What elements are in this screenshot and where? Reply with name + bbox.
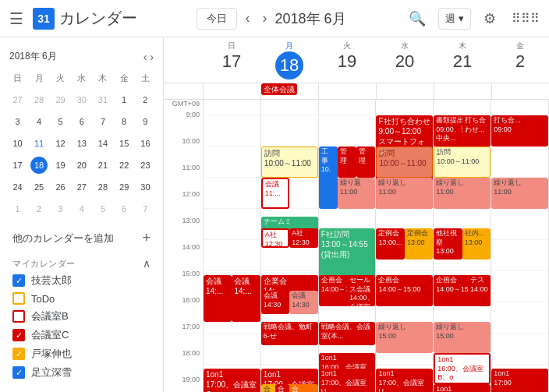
mini-cal-day[interactable]: 6 [72,111,91,132]
event-sun-kaigi[interactable]: 会議14:... [204,275,232,322]
event-wed-teiki2[interactable]: 定例会13:00 [405,228,433,260]
event-mon-kaigi14[interactable]: 会議14:30 [261,291,289,314]
mini-cal-day[interactable]: 3 [8,111,27,132]
day-header-wed[interactable]: 水 20 [376,37,434,83]
event-mon-homshin[interactable]: 訪問10:00～11:00 [261,147,318,178]
mini-cal-day[interactable]: 2 [29,199,49,219]
mini-cal-day[interactable]: 3 [51,199,70,219]
my-calendar-chevron[interactable]: ∧ [143,257,151,270]
calendar-checkbox-adachi[interactable]: ✓ [12,366,25,379]
event-wed-kikaku[interactable]: 企画会14:00～15:00 [376,275,433,306]
mini-cal-day[interactable]: 13 [72,133,91,154]
event-tue-senryaku[interactable]: 戦略会議、会議室(本... [319,322,376,345]
mini-cal-day[interactable]: 29 [115,177,134,197]
calendar-item-adachi[interactable]: ✓ 足立深雪 [0,363,163,382]
mini-cal-day[interactable]: 15 [115,133,134,154]
event-wed-teiki[interactable]: 定例会13:00... [376,228,404,260]
calendar-item-todo[interactable]: ToDo [0,290,163,307]
event-sun-1on1[interactable]: 1on117:00、会議室C... [204,369,260,392]
mini-cal-day[interactable]: 16 [136,133,155,154]
event-mon-godo3[interactable]: 合同17: [289,384,317,392]
event-wed-kuri2[interactable]: 繰り返し15:00 [376,322,433,353]
mini-cal-day[interactable]: 5 [51,111,70,132]
day-header-tue[interactable]: 火 19 [318,37,376,83]
event-wed-1on1[interactable]: 1on117:00、会議室U... [376,369,433,392]
event-mon-senryaku[interactable]: 戦略会議、勉町6-せ [261,322,318,345]
mini-cal-day[interactable]: 9 [136,111,155,132]
event-mon-kaigi11[interactable]: 会議11:... [261,178,289,209]
search-icon[interactable]: 🔍 [406,7,429,30]
calendar-checkbox-roomB[interactable] [12,310,25,323]
event-thu-kuri2[interactable]: 繰り返し15:00 [434,322,491,353]
event-thu-uchi[interactable]: 打ち合わせ... [462,115,491,147]
event-mon-asha[interactable]: A社 12:30 [261,228,289,248]
calendar-item-totsuka[interactable]: ✓ 戸塚伸也 [0,344,163,363]
mini-cal-day[interactable]: 30 [72,90,91,110]
mini-cal-day[interactable]: 20 [72,155,91,175]
mini-cal-day[interactable]: 25 [29,177,49,197]
mini-cal-day[interactable]: 21 [93,155,112,175]
event-tue-kanri[interactable]: 管理 [338,147,357,178]
mini-cal-day[interactable]: 6 [115,199,134,219]
event-thu-test[interactable]: テス14:00 [468,275,491,306]
event-fri-1on1[interactable]: 1on117:00 [491,369,548,392]
mini-cal-day[interactable]: 11 [29,133,49,154]
mini-cal-day[interactable]: 10 [8,133,27,154]
event-thu-tasha[interactable]: 他社視察13:00～14:00 [434,228,462,260]
calendar-item-roomB[interactable]: 会議室B [0,307,163,326]
mini-cal-next[interactable]: › [150,51,154,63]
event-mon-godo2[interactable]: 合同17: [275,384,289,392]
event-thu-homshin[interactable]: 訪問10:00～11:00 [434,147,491,178]
mini-cal-day[interactable]: 7 [93,111,112,132]
event-fri-kuri[interactable]: 繰り返し11:00 [491,178,548,209]
view-selector[interactable]: 週 ▾ [438,8,471,30]
event-sun-kaigi2[interactable]: 会議14:... [232,275,260,322]
mini-cal-day[interactable]: 30 [136,177,155,197]
settings-icon[interactable]: ⚙ [480,7,499,30]
mini-cal-day[interactable]: 27 [8,90,27,110]
calendar-checkbox-gei[interactable]: ✓ [12,274,25,287]
event-mon-asha2[interactable]: A社 12:30 [289,228,317,248]
allday-event-zen[interactable]: 全体会議 [261,83,297,95]
calendar-item-roomC[interactable]: ✓ 会議室C [0,326,163,344]
mini-cal-day[interactable]: 23 [136,155,155,175]
calendar-checkbox-todo[interactable] [12,292,25,305]
calendar-item-gei[interactable]: ✓ 技芸太郎 [0,271,163,290]
mini-cal-day[interactable]: 5 [93,199,112,219]
day-header-mon[interactable]: 月 18 [260,37,318,83]
event-tue-ko[interactable]: 工事10. [319,147,338,209]
next-period-button[interactable]: › [257,7,271,30]
mini-cal-day[interactable]: 22 [115,155,134,175]
event-thu-1on1[interactable]: 1on116:00、会議室B、o [434,353,491,384]
calendar-checkbox-roomC[interactable]: ✓ [12,329,25,341]
mini-cal-day[interactable]: 29 [51,90,70,110]
mini-cal-day[interactable]: 19 [51,155,70,175]
apps-icon[interactable]: ⠿⠿⠿ [508,8,543,29]
today-button[interactable]: 今日 [197,8,237,30]
event-tue-kuri[interactable]: 繰り返11:00 [338,178,376,209]
day-header-fri[interactable]: 金 2 [491,37,549,83]
day-header-thu[interactable]: 木 21 [434,37,491,83]
mini-cal-day[interactable]: 4 [29,111,49,132]
mini-cal-day[interactable]: 27 [72,177,91,197]
event-mon-kaigi14b[interactable]: 会議14:30 [289,291,317,314]
mini-cal-day[interactable]: 28 [93,177,112,197]
calendar-checkbox-totsuka[interactable]: ✓ [12,348,25,360]
mini-cal-day[interactable]: 14 [93,133,112,154]
add-calendar-row[interactable]: 他のカレンダーを追加 + [0,227,163,249]
event-fri-uchi[interactable]: 打ち合...09:00 [491,115,548,147]
mini-cal-day[interactable]: 8 [115,111,134,132]
mini-cal-day[interactable]: 7 [136,199,155,219]
mini-cal-day[interactable]: 31 [93,90,112,110]
event-thu-1on1b[interactable]: 1on117:00 [434,384,491,392]
event-thu-shanai[interactable]: 社内...13:00 [462,228,491,260]
event-tue-1on1b[interactable]: 1on117:00、会議室U... [319,369,376,392]
mini-cal-day[interactable]: 18 [29,155,49,175]
event-thu-kuri[interactable]: 繰り返し11:00 [434,178,491,209]
prev-period-button[interactable]: ‹ [240,7,254,30]
mini-cal-day[interactable]: 28 [29,90,49,110]
mini-cal-day[interactable]: 26 [51,177,70,197]
mini-cal-day[interactable]: 4 [72,199,91,219]
event-wed-homshin[interactable]: 訪問10:00～11:00 [376,147,433,178]
mini-cal-day[interactable]: 17 [8,155,27,175]
